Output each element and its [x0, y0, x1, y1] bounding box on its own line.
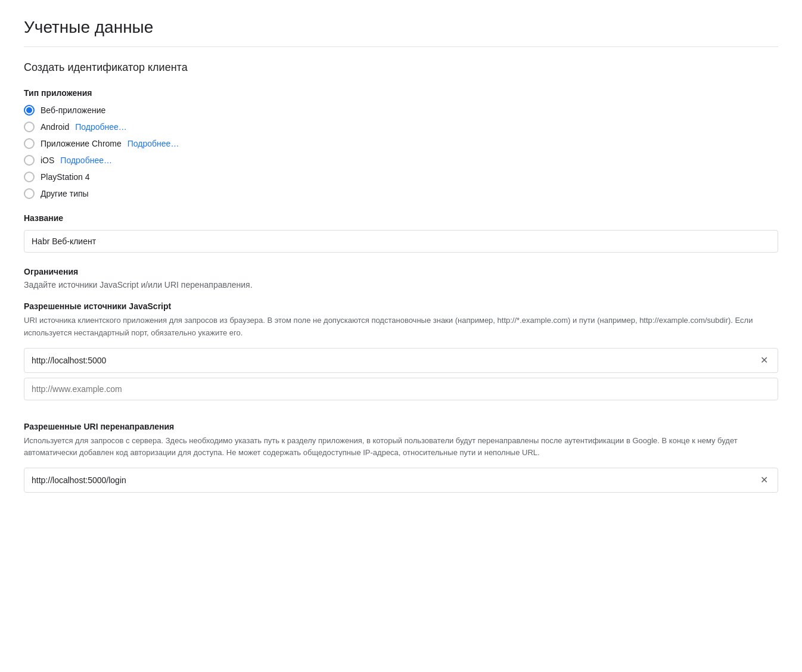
radio-ios[interactable] [24, 155, 35, 166]
section-title: Создать идентификатор клиента [24, 61, 778, 74]
app-type-group: Тип приложения Веб-приложение Android По… [24, 88, 778, 199]
js-origin-clear-0[interactable]: ✕ [758, 354, 770, 366]
app-type-label: Тип приложения [24, 88, 778, 98]
js-origins-desc: URI источника клиентского приложения для… [24, 315, 778, 340]
radio-item-ios[interactable]: iOS Подробнее… [24, 155, 778, 166]
radio-label-android: Android [41, 122, 69, 132]
radio-item-other[interactable]: Другие типы [24, 188, 778, 199]
js-origins-title: Разрешенные источники JavaScript [24, 301, 778, 311]
radio-link-ios[interactable]: Подробнее… [60, 155, 112, 165]
restrictions-subtitle: Задайте источники JavaScript и/или URI п… [24, 280, 778, 290]
redirect-uris-title: Разрешенные URI перенаправления [24, 422, 778, 431]
radio-web[interactable] [24, 105, 35, 116]
radio-link-chrome[interactable]: Подробнее… [128, 139, 179, 148]
divider [24, 46, 778, 47]
radio-item-ps4[interactable]: PlayStation 4 [24, 172, 778, 182]
radio-chrome[interactable] [24, 138, 35, 149]
radio-label-other: Другие типы [41, 189, 89, 198]
redirect-uri-entry-0: ✕ [24, 468, 778, 493]
radio-link-android[interactable]: Подробнее… [75, 122, 127, 132]
app-type-radio-group: Веб-приложение Android Подробнее… Прилож… [24, 105, 778, 199]
redirect-uri-input-0[interactable] [32, 475, 758, 485]
js-origins-section: Разрешенные источники JavaScript URI ист… [24, 301, 778, 405]
radio-other[interactable] [24, 188, 35, 199]
js-origin-entry-0: ✕ [24, 348, 778, 373]
name-input[interactable] [24, 230, 778, 253]
redirect-uris-desc: Используется для запросов с сервера. Зде… [24, 435, 778, 460]
radio-android[interactable] [24, 122, 35, 132]
js-origin-input-0[interactable] [32, 356, 758, 365]
name-input-wrapper [24, 230, 778, 253]
redirect-uris-section: Разрешенные URI перенаправления Использу… [24, 422, 778, 493]
js-origin-new-input[interactable] [24, 378, 778, 400]
radio-label-ps4: PlayStation 4 [41, 172, 90, 182]
radio-item-web[interactable]: Веб-приложение [24, 105, 778, 116]
name-field-group: Название [24, 213, 778, 253]
redirect-uri-clear-0[interactable]: ✕ [758, 474, 770, 486]
radio-label-web: Веб-приложение [41, 105, 105, 115]
radio-ps4[interactable] [24, 172, 35, 182]
radio-label-chrome: Приложение Chrome [41, 139, 122, 148]
restrictions-section: Ограничения Задайте источники JavaScript… [24, 267, 778, 493]
radio-item-android[interactable]: Android Подробнее… [24, 122, 778, 132]
name-field-label: Название [24, 213, 778, 223]
restrictions-title: Ограничения [24, 267, 778, 276]
radio-label-ios: iOS [41, 155, 54, 165]
page-title: Учетные данные [24, 18, 778, 37]
radio-item-chrome[interactable]: Приложение Chrome Подробнее… [24, 138, 778, 149]
